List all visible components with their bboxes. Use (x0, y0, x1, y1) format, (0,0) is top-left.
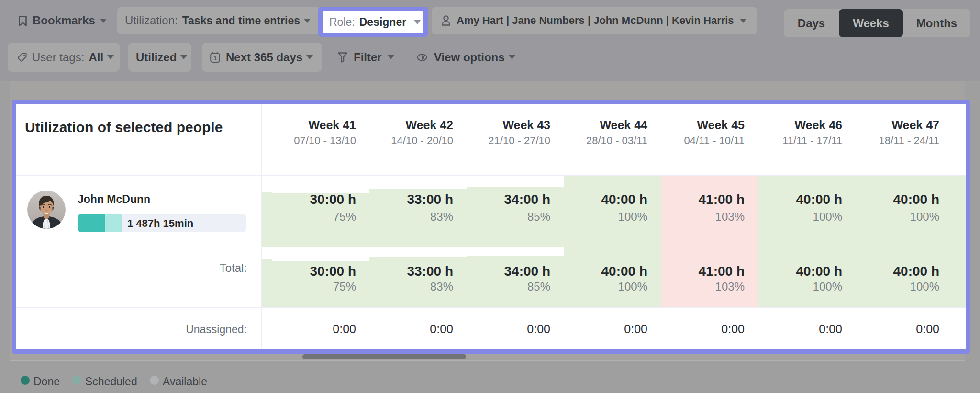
svg-text:1: 1 (213, 54, 217, 61)
